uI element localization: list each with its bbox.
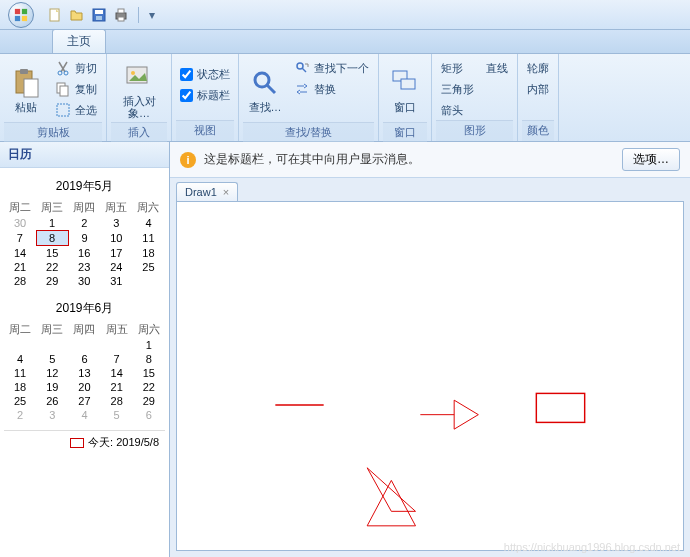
cut-button[interactable]: 剪切 bbox=[50, 58, 102, 78]
calendar-day[interactable]: 7 bbox=[4, 231, 36, 246]
triangle-button[interactable]: 三角形 bbox=[436, 79, 479, 99]
calendar-day[interactable]: 27 bbox=[68, 394, 100, 408]
calendar-day[interactable]: 21 bbox=[101, 380, 133, 394]
replace-button[interactable]: 替换 bbox=[289, 79, 374, 99]
tab-home[interactable]: 主页 bbox=[52, 29, 106, 53]
calendar-day[interactable]: 23 bbox=[68, 260, 100, 274]
calendar-day[interactable]: 29 bbox=[133, 394, 165, 408]
outline-button[interactable]: 轮廓 bbox=[522, 58, 554, 78]
shape-arrow[interactable] bbox=[420, 400, 478, 429]
calendar-day[interactable]: 4 bbox=[68, 408, 100, 422]
calendar-day[interactable]: 20 bbox=[68, 380, 100, 394]
calendar-day[interactable]: 24 bbox=[100, 260, 132, 274]
calendar-day[interactable]: 8 bbox=[133, 352, 165, 366]
calendar-dow: 周五 bbox=[100, 199, 132, 216]
insert-object-button[interactable]: 插入对象… bbox=[111, 58, 167, 122]
calendar-day[interactable]: 2 bbox=[68, 216, 100, 231]
calendar-day[interactable]: 29 bbox=[36, 274, 68, 288]
shape-rect[interactable] bbox=[536, 393, 584, 422]
close-tab-icon[interactable]: × bbox=[223, 186, 229, 198]
calendar-day[interactable]: 7 bbox=[101, 352, 133, 366]
calendar-day[interactable]: 25 bbox=[132, 260, 164, 274]
new-icon[interactable] bbox=[46, 6, 64, 24]
calendar-day[interactable]: 22 bbox=[36, 260, 68, 274]
calendar-day[interactable]: 6 bbox=[133, 408, 165, 422]
calendar-day[interactable] bbox=[4, 338, 36, 352]
calendar-today[interactable]: 今天: 2019/5/8 bbox=[4, 430, 165, 450]
paste-button[interactable]: 粘贴 bbox=[4, 58, 48, 122]
copy-button[interactable]: 复制 bbox=[50, 79, 102, 99]
calendar-day[interactable] bbox=[36, 338, 68, 352]
shape-triangle[interactable] bbox=[367, 480, 415, 525]
group-clipboard-label: 剪贴板 bbox=[4, 122, 102, 143]
selectall-button[interactable]: 全选 bbox=[50, 100, 102, 120]
svg-rect-2 bbox=[15, 15, 20, 20]
calendar-day[interactable] bbox=[68, 338, 100, 352]
calendar-day[interactable]: 4 bbox=[4, 352, 36, 366]
calendar-day[interactable]: 9 bbox=[68, 231, 100, 246]
calendar-day[interactable]: 18 bbox=[4, 380, 36, 394]
calendar-day[interactable]: 11 bbox=[4, 366, 36, 380]
window-button[interactable]: 窗口 bbox=[383, 58, 427, 122]
calendar-day[interactable]: 13 bbox=[68, 366, 100, 380]
find-icon bbox=[249, 67, 281, 99]
calendar-day[interactable]: 18 bbox=[132, 246, 164, 261]
shape-triangle[interactable] bbox=[367, 468, 415, 512]
calendar-day[interactable]: 3 bbox=[100, 216, 132, 231]
titlebar-checkbox[interactable]: 标题栏 bbox=[176, 85, 234, 105]
group-color: 轮廓 内部 颜色 bbox=[518, 54, 559, 141]
calendar-day[interactable]: 10 bbox=[100, 231, 132, 246]
calendar-day[interactable]: 1 bbox=[36, 216, 68, 231]
open-icon[interactable] bbox=[68, 6, 86, 24]
main-area: 日历 2019年5月 周二周三周四周五周六3012347891011141516… bbox=[0, 142, 690, 557]
calendar-day[interactable]: 8 bbox=[36, 231, 68, 246]
calendar-day[interactable]: 22 bbox=[133, 380, 165, 394]
options-button[interactable]: 选项… bbox=[622, 148, 680, 171]
calendar-day[interactable]: 2 bbox=[4, 408, 36, 422]
calendar-day[interactable]: 19 bbox=[36, 380, 68, 394]
findnext-button[interactable]: 查找下一个 bbox=[289, 58, 374, 78]
calendar-day[interactable] bbox=[132, 274, 164, 288]
calendar-day[interactable]: 31 bbox=[100, 274, 132, 288]
calendar-day[interactable]: 12 bbox=[36, 366, 68, 380]
calendar-day[interactable]: 28 bbox=[101, 394, 133, 408]
line-button[interactable]: 直线 bbox=[481, 58, 513, 78]
calendar-day[interactable]: 5 bbox=[36, 352, 68, 366]
calendar-day[interactable]: 3 bbox=[36, 408, 68, 422]
calendar-day[interactable]: 30 bbox=[4, 216, 36, 231]
arrow-button[interactable]: 箭头 bbox=[436, 100, 479, 120]
group-insert-label: 插入 bbox=[111, 122, 167, 143]
calendar-day[interactable]: 17 bbox=[100, 246, 132, 261]
calendar-day[interactable]: 14 bbox=[101, 366, 133, 380]
drawing-canvas[interactable] bbox=[176, 201, 684, 551]
find-button[interactable]: 查找… bbox=[243, 58, 287, 122]
calendar-day[interactable]: 11 bbox=[132, 231, 164, 246]
svg-rect-3 bbox=[22, 15, 27, 20]
group-shapes-label: 图形 bbox=[436, 120, 513, 141]
calendar-day[interactable]: 21 bbox=[4, 260, 36, 274]
qat-dropdown-icon[interactable]: ▾ bbox=[147, 6, 157, 24]
statusbar-checkbox[interactable]: 状态栏 bbox=[176, 64, 234, 84]
rect-button[interactable]: 矩形 bbox=[436, 58, 479, 78]
calendar-day[interactable]: 1 bbox=[133, 338, 165, 352]
print-icon[interactable] bbox=[112, 6, 130, 24]
quick-access-toolbar: ▾ bbox=[46, 6, 157, 24]
calendar-day[interactable]: 15 bbox=[133, 366, 165, 380]
fill-button[interactable]: 内部 bbox=[522, 79, 554, 99]
calendar-day[interactable]: 4 bbox=[132, 216, 164, 231]
calendar-day[interactable]: 5 bbox=[101, 408, 133, 422]
calendar-day[interactable]: 28 bbox=[4, 274, 36, 288]
calendar-day[interactable]: 14 bbox=[4, 246, 36, 261]
calendar-day[interactable]: 6 bbox=[68, 352, 100, 366]
calendar-day[interactable]: 16 bbox=[68, 246, 100, 261]
calendar-day[interactable]: 30 bbox=[68, 274, 100, 288]
save-icon[interactable] bbox=[90, 6, 108, 24]
app-menu-orb[interactable] bbox=[8, 2, 34, 28]
tab-draw1[interactable]: Draw1 × bbox=[176, 182, 238, 201]
calendar-day[interactable]: 26 bbox=[36, 394, 68, 408]
calendar-day[interactable]: 15 bbox=[36, 246, 68, 261]
calendar-day[interactable]: 25 bbox=[4, 394, 36, 408]
calendar-may: 2019年5月 周二周三周四周五周六3012347891011141516171… bbox=[4, 174, 165, 288]
calendar-day[interactable] bbox=[101, 338, 133, 352]
calendar-dow: 周三 bbox=[36, 321, 68, 338]
